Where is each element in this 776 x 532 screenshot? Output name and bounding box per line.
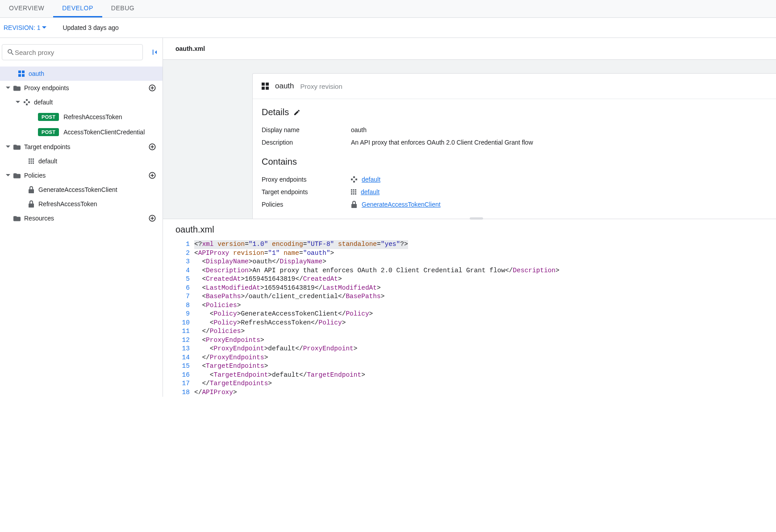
add-resource-button[interactable] bbox=[148, 214, 156, 222]
tab-overview[interactable]: OVERVIEW bbox=[0, 0, 53, 17]
svg-rect-48 bbox=[351, 204, 357, 208]
lock-icon bbox=[27, 200, 36, 208]
description-label: Description bbox=[262, 139, 351, 146]
svg-rect-0 bbox=[18, 71, 21, 73]
code-editor[interactable]: 123456789101112131415161718 <?xml versio… bbox=[163, 240, 776, 397]
svg-rect-43 bbox=[353, 191, 355, 193]
tree-te-label: Target endpoints bbox=[24, 143, 71, 150]
method-badge: POST bbox=[38, 128, 59, 136]
svg-rect-46 bbox=[353, 193, 355, 195]
tree-policy-item[interactable]: GenerateAccessTokenClient bbox=[0, 183, 163, 197]
code-lines[interactable]: <?xml version="1.0" encoding="UTF-8" sta… bbox=[194, 240, 776, 397]
tree-policy-item[interactable]: RefreshAccessToken bbox=[0, 197, 163, 211]
tree-te-default-label: default bbox=[38, 158, 57, 165]
tree-resources[interactable]: Resources bbox=[0, 211, 163, 225]
grid-icon bbox=[27, 158, 36, 164]
lock-icon bbox=[351, 201, 357, 208]
add-proxy-endpoint-button[interactable] bbox=[148, 84, 156, 92]
svg-rect-14 bbox=[29, 158, 30, 160]
tree-flow-label: RefreshAccessToken bbox=[63, 113, 122, 121]
svg-rect-38 bbox=[353, 181, 355, 183]
search-icon bbox=[7, 48, 15, 56]
tree-policy-label: GenerateAccessTokenClient bbox=[38, 186, 117, 193]
tree-flow-refresh[interactable]: POST RefreshAccessToken bbox=[0, 109, 163, 125]
chevron-down-icon bbox=[42, 26, 46, 29]
tree-te-default[interactable]: default bbox=[0, 154, 163, 168]
te-label: Target endpoints bbox=[262, 188, 351, 195]
svg-rect-19 bbox=[33, 161, 34, 162]
svg-rect-33 bbox=[262, 87, 265, 90]
revision-bar: REVISION: 1 Updated 3 days ago bbox=[0, 18, 776, 37]
svg-rect-36 bbox=[351, 179, 353, 180]
svg-rect-7 bbox=[26, 99, 28, 101]
svg-rect-18 bbox=[31, 161, 32, 162]
line-gutter: 123456789101112131415161718 bbox=[163, 240, 194, 397]
svg-rect-41 bbox=[355, 189, 356, 191]
svg-rect-10 bbox=[26, 104, 28, 105]
add-policy-button[interactable] bbox=[148, 171, 156, 179]
main-tabs: OVERVIEW DEVELOP DEBUG bbox=[0, 0, 776, 18]
tree-resources-label: Resources bbox=[24, 215, 54, 222]
tree-policies-label: Policies bbox=[24, 172, 46, 179]
svg-rect-20 bbox=[29, 162, 30, 164]
proxy-icon bbox=[17, 71, 26, 77]
tree-pe-default[interactable]: default bbox=[0, 95, 163, 109]
svg-rect-47 bbox=[355, 193, 356, 195]
tree-target-endpoints[interactable]: Target endpoints bbox=[0, 140, 163, 154]
code-title: oauth.xml bbox=[175, 224, 214, 234]
tree-policies[interactable]: Policies bbox=[0, 168, 163, 183]
svg-rect-22 bbox=[33, 162, 34, 164]
revision-dropdown[interactable]: REVISION: 1 bbox=[4, 24, 46, 31]
search-input[interactable] bbox=[15, 49, 138, 56]
edit-button[interactable] bbox=[293, 109, 300, 116]
svg-rect-44 bbox=[355, 191, 356, 193]
tree-pe-label: Proxy endpoints bbox=[24, 84, 69, 91]
add-target-endpoint-button[interactable] bbox=[148, 143, 156, 151]
method-badge: POST bbox=[38, 113, 59, 121]
svg-rect-34 bbox=[266, 87, 269, 90]
chevron-down-icon bbox=[4, 87, 13, 89]
folder-icon bbox=[13, 215, 21, 221]
svg-rect-27 bbox=[29, 204, 34, 208]
tree-root-oauth[interactable]: oauth bbox=[0, 66, 163, 81]
chevron-down-icon bbox=[4, 145, 13, 148]
revision-updated: Updated 3 days ago bbox=[63, 24, 118, 31]
svg-rect-35 bbox=[353, 176, 355, 178]
te-link[interactable]: default bbox=[361, 188, 380, 195]
folder-icon bbox=[13, 85, 21, 91]
tree-flow-access[interactable]: POST AccessTokenClientCredential bbox=[0, 125, 163, 140]
card-title: oauth bbox=[275, 82, 294, 91]
svg-rect-8 bbox=[24, 101, 25, 103]
tab-develop[interactable]: DEVELOP bbox=[53, 0, 102, 17]
details-title: Details bbox=[262, 107, 289, 117]
svg-rect-39 bbox=[351, 189, 352, 191]
svg-rect-37 bbox=[355, 179, 357, 180]
contains-title: Contains bbox=[262, 157, 297, 167]
file-header: oauth.xml bbox=[163, 38, 776, 60]
chevron-down-icon bbox=[4, 174, 13, 177]
svg-rect-45 bbox=[351, 193, 352, 195]
edit-icon bbox=[293, 109, 300, 116]
proxy-icon bbox=[262, 83, 269, 90]
collapse-icon bbox=[150, 48, 159, 57]
svg-rect-16 bbox=[33, 158, 34, 160]
endpoint-icon bbox=[351, 176, 357, 183]
collapse-sidebar-button[interactable] bbox=[148, 46, 161, 58]
pe-link[interactable]: default bbox=[362, 176, 380, 183]
svg-rect-1 bbox=[22, 71, 25, 73]
lock-icon bbox=[27, 186, 36, 193]
card-subtitle: Proxy revision bbox=[300, 83, 342, 90]
pol-label: Policies bbox=[262, 201, 351, 208]
pol-link[interactable]: GenerateAccessTokenClient bbox=[362, 201, 441, 208]
resize-handle[interactable] bbox=[470, 217, 483, 220]
svg-rect-21 bbox=[31, 162, 32, 164]
pe-label: Proxy endpoints bbox=[262, 176, 351, 183]
tree-proxy-endpoints[interactable]: Proxy endpoints bbox=[0, 81, 163, 95]
tab-debug[interactable]: DEBUG bbox=[102, 0, 143, 17]
search-box[interactable] bbox=[2, 44, 143, 60]
folder-icon bbox=[13, 144, 21, 150]
detail-card: oauth Proxy revision Details Display nam… bbox=[252, 73, 776, 219]
revision-label: REVISION: 1 bbox=[4, 24, 40, 31]
svg-rect-26 bbox=[29, 189, 34, 193]
display-name-value: oauth bbox=[351, 126, 767, 133]
